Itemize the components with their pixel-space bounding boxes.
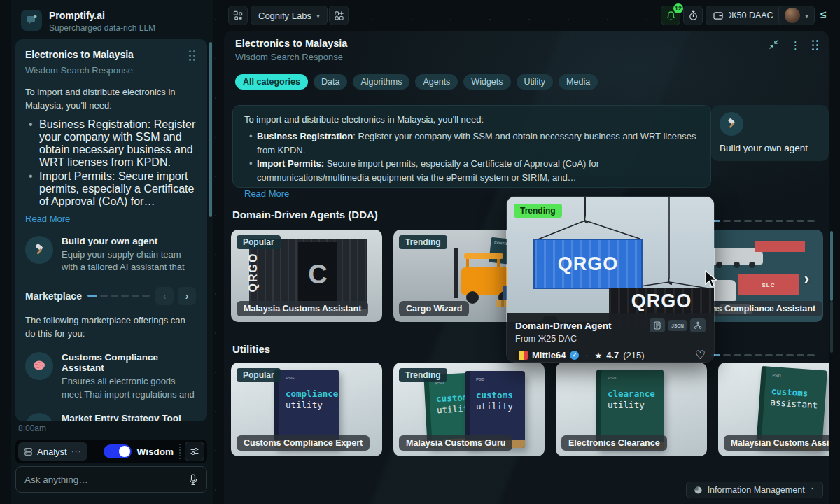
dda-pagination[interactable] [710, 220, 815, 222]
brain-icon [25, 352, 53, 380]
wallet-icon [713, 11, 724, 20]
mode-menu-dots: ··· [71, 447, 82, 456]
category-chip-widgets[interactable]: Widgets [463, 74, 510, 90]
wisdom-toggle[interactable] [104, 444, 132, 458]
card-label: Customs Compliance Expert [237, 435, 370, 451]
kebab-menu-icon[interactable]: ⋮ [790, 40, 801, 50]
dda-hover-card[interactable]: QRGO QRGO Trending Domain-Driven Agent J… [506, 196, 715, 363]
summary-bullet: Import Permits: Secure import permits, e… [257, 157, 699, 184]
chevron-down-icon: ▾ [805, 12, 808, 20]
main-scrollbar-thumb[interactable] [830, 231, 833, 301]
api-flow-button[interactable] [690, 318, 706, 332]
card-label: Cargo Wizard [399, 301, 469, 316]
badge-popular: Popular [237, 235, 281, 249]
chat-title: Electronics to Malaysia [25, 49, 134, 60]
summary-box: To import and distribute electronics in … [232, 105, 711, 188]
settings-sliders-button[interactable] [185, 442, 204, 461]
user-menu[interactable]: ▾ [778, 6, 815, 25]
read-more-link[interactable]: Read More [25, 214, 196, 224]
ask-anything-input[interactable] [24, 475, 188, 485]
timer-button[interactable] [683, 6, 703, 25]
sitemap-button[interactable] [228, 6, 248, 25]
chevron-down-icon: ▾ [316, 12, 320, 20]
notifications-button[interactable]: 12 [661, 6, 680, 25]
app-logo: Promptify.ai Supercharged data-rich LLM [21, 10, 155, 33]
workspace-selector[interactable]: Cognify Labs ▾ [251, 6, 328, 25]
rating-value: 4.7 [606, 350, 619, 360]
analyst-mode-button[interactable]: Analyst ··· [18, 442, 88, 461]
user-avatar [785, 8, 800, 23]
build-card-label: Build your own agent [720, 143, 820, 153]
grid-layout-icon[interactable] [812, 40, 819, 51]
main-scrollbar-track[interactable] [830, 301, 833, 353]
chat-bullet-list: Business Registration: Register your com… [25, 118, 196, 208]
message-timestamp: 8:00am [18, 424, 46, 433]
microphone-icon[interactable] [188, 474, 198, 486]
wallet-balance-chip[interactable]: Ж50 DAAC ▾ [706, 6, 790, 25]
pie-chart-icon [694, 486, 703, 495]
badge-trending: Trending [399, 368, 447, 382]
carousel-next-button[interactable]: › [178, 287, 196, 305]
marketplace-intro: The following marketplace offerings can … [25, 314, 196, 341]
sidebar-scrollbar[interactable] [209, 42, 212, 217]
stopwatch-icon [688, 10, 699, 21]
favorite-heart-icon[interactable]: ♡ [695, 348, 706, 363]
chat-subtitle: Wisdom Search Response [25, 65, 196, 76]
dda-heading: Domain-Driven Agents (DDA) [232, 209, 378, 220]
category-chip-algorithms[interactable]: Algorithms [353, 74, 410, 90]
document-button[interactable] [650, 318, 665, 332]
star-icon: ★ [594, 351, 602, 360]
rating-count: (215) [623, 350, 644, 360]
chat-bubble-logo-icon [21, 10, 42, 31]
drag-handle-icon[interactable] [189, 50, 196, 62]
chat-bullet: Import Permits: Secure import permits, e… [36, 170, 196, 208]
utility-card-electronics-clearance[interactable]: PSD clearance utility Electronics Cleara… [556, 363, 707, 456]
build-your-own-agent-card[interactable]: Build your own agent [711, 105, 829, 161]
dda-card-malaysia-customs[interactable]: Popular QRGO C Malaysia Customs Assistan… [231, 230, 382, 322]
promo-desc: Equip your supply chain team with a tail… [62, 248, 196, 274]
category-chip-data[interactable]: Data [314, 74, 347, 90]
sidebar: Promptify.ai Supercharged data-rich LLM … [11, 0, 213, 504]
chevron-up-icon: ⌃ [810, 486, 816, 494]
toggle-label: Wisdom [137, 447, 174, 457]
hover-card-footer: Domain-Driven Agent JSON From Ж25 DAC Mi… [507, 313, 714, 362]
category-chip-utility[interactable]: Utility [517, 74, 554, 90]
composer-toolbar: Analyst ··· Wisdom [15, 440, 207, 463]
carousel-prev-button[interactable]: ‹ [155, 287, 174, 305]
hammer-icon [25, 236, 53, 264]
card-label: Malaysian Customs Assistant [724, 435, 829, 451]
quick-actions-icon[interactable]: ≤ [820, 8, 826, 20]
offering-desc: Ensures all electronic goods meet Thai i… [62, 375, 196, 401]
chevron-right-icon[interactable]: › [804, 270, 809, 288]
summary-bullet: Business Registration: Register your com… [257, 130, 699, 157]
utility-card-compliance-expert[interactable]: Popular PSG compliance utility Customs C… [231, 363, 382, 456]
divider: ⋮ [583, 351, 590, 359]
category-chip-agents[interactable]: Agents [415, 74, 458, 90]
database-icon [24, 447, 33, 456]
utility-card-customs-guru[interactable]: Trending PSD customs utility PSD customs… [393, 363, 545, 456]
container-art: QRGO C [249, 239, 367, 309]
badge-trending: Trending [514, 204, 562, 218]
marketplace-pagination[interactable] [88, 295, 150, 297]
category-chip-media[interactable]: Media [559, 74, 598, 90]
marketplace-heading: Marketplace [25, 290, 82, 302]
divider [179, 444, 181, 459]
chat-bullet: Business Registration: Register your com… [36, 118, 196, 169]
price-label: From Ж25 DAC [515, 334, 706, 344]
utilities-pagination[interactable] [710, 354, 815, 356]
badge-trending: Trending [399, 235, 447, 249]
information-management-button[interactable]: Information Management ⌃ [686, 482, 823, 498]
add-widget-button[interactable] [329, 6, 349, 25]
collapse-icon[interactable] [769, 39, 779, 51]
offering-item[interactable]: Market Entry Strategy Tool Analyzes mark… [25, 413, 196, 421]
utilities-heading: Utilities [232, 343, 270, 355]
panel-subtitle: Wisdom Search Response [235, 52, 343, 62]
utility-card-malaysian-customs-assistant[interactable]: PSD customs assistant Malaysian Customs … [718, 363, 829, 456]
category-chip-all[interactable]: All categories [235, 74, 308, 90]
offering-item[interactable]: Customs Compliance Assistant Ensures all… [25, 352, 196, 401]
workspace-name: Cognify Labs [258, 10, 312, 21]
build-agent-promo[interactable]: Build your own agent Equip your supply c… [25, 236, 196, 274]
seller-name[interactable]: Mittie64 [532, 350, 566, 360]
belgium-flag-icon [515, 351, 528, 360]
json-button[interactable]: JSON [668, 320, 687, 331]
